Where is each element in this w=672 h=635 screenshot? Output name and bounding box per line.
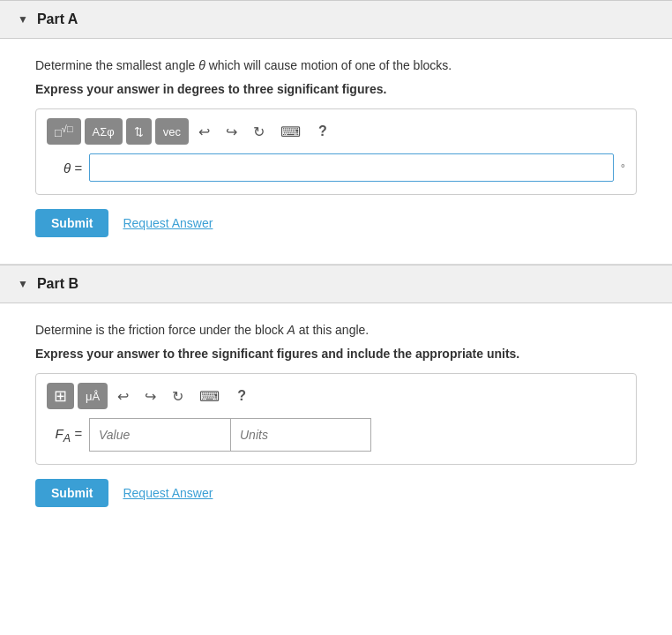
part-a-section: ▼ Part A Determine the smallest angle θ … [0, 0, 672, 264]
sigma-button[interactable]: ΑΣφ [85, 118, 123, 145]
updown-icon: ⇅ [134, 125, 144, 138]
part-b-value-input[interactable] [89, 418, 230, 452]
part-a-instruction: Express your answer in degrees to three … [35, 82, 637, 96]
part-b-request-answer-link[interactable]: Request Answer [123, 486, 213, 500]
part-a-title: Part A [37, 11, 78, 27]
part-b-problem-text: Determine is the friction force under th… [35, 321, 637, 340]
part-b-undo-button[interactable]: ↩ [111, 383, 135, 409]
help-icon: ? [237, 388, 246, 404]
part-a-answer-box: □√□ ΑΣφ ⇅ vec ↩ ↪ ↻ [35, 108, 637, 195]
part-b-title: Part B [37, 276, 78, 292]
part-b-toolbar: ⊞ μÅ ↩ ↪ ↻ ⌨ ? [47, 383, 625, 409]
undo-icon: ↩ [198, 123, 210, 140]
refresh-button[interactable]: ↻ [247, 118, 271, 145]
part-a-answer-input[interactable] [89, 153, 614, 182]
mu-icon: μÅ [86, 390, 100, 403]
sqrt-button[interactable]: □√□ [47, 118, 81, 145]
refresh-icon: ↻ [172, 388, 183, 405]
part-a-problem-text: Determine the smallest angle θ which wil… [35, 56, 637, 75]
part-b-value-units-row [89, 418, 371, 452]
part-a-submit-button[interactable]: Submit [35, 209, 108, 237]
part-b-actions: Submit Request Answer [35, 479, 637, 507]
vec-icon: vec [163, 125, 181, 138]
help-button[interactable]: ? [310, 118, 335, 145]
redo-button[interactable]: ↪ [220, 118, 243, 145]
part-b-help-button[interactable]: ? [229, 383, 254, 409]
refresh-icon: ↻ [253, 123, 265, 140]
part-b-chevron-icon: ▼ [18, 278, 28, 290]
part-a-body: Determine the smallest angle θ which wil… [0, 39, 672, 264]
part-b-redo-button[interactable]: ↪ [138, 383, 162, 409]
keyboard-button[interactable]: ⌨ [274, 118, 307, 145]
part-b-input-label: FA = [47, 426, 82, 444]
part-a-chevron-icon: ▼ [18, 13, 28, 26]
part-b-units-input[interactable] [230, 418, 371, 452]
part-a-unit-symbol: ° [621, 161, 625, 175]
sigma-icon: ΑΣφ [93, 125, 115, 138]
part-b-answer-box: ⊞ μÅ ↩ ↪ ↻ ⌨ ? [35, 373, 637, 465]
part-a-input-row: θ = ° [47, 153, 625, 182]
part-b-section: ▼ Part B Determine is the friction force… [0, 265, 672, 534]
updown-button[interactable]: ⇅ [126, 118, 152, 145]
matrix-button[interactable]: ⊞ [47, 383, 74, 409]
vec-button[interactable]: vec [155, 118, 189, 145]
part-b-refresh-button[interactable]: ↻ [166, 383, 190, 409]
mu-button[interactable]: μÅ [78, 383, 108, 409]
redo-icon: ↪ [226, 123, 237, 140]
undo-icon: ↩ [117, 388, 129, 405]
redo-icon: ↪ [145, 388, 156, 405]
part-a-actions: Submit Request Answer [35, 209, 637, 237]
keyboard-icon: ⌨ [280, 123, 301, 140]
part-a-input-label: θ = [47, 161, 82, 176]
part-a-header[interactable]: ▼ Part A [0, 0, 672, 39]
help-icon: ? [318, 123, 327, 139]
part-b-submit-button[interactable]: Submit [35, 479, 108, 507]
matrix-icon: ⊞ [54, 388, 67, 404]
part-b-body: Determine is the friction force under th… [0, 303, 672, 534]
keyboard-icon: ⌨ [199, 388, 220, 405]
sqrt-icon: □√□ [55, 123, 73, 139]
part-b-instruction: Express your answer to three significant… [35, 347, 637, 361]
undo-button[interactable]: ↩ [192, 118, 216, 145]
part-a-request-answer-link[interactable]: Request Answer [123, 216, 213, 230]
part-b-keyboard-button[interactable]: ⌨ [193, 383, 226, 409]
part-a-toolbar: □√□ ΑΣφ ⇅ vec ↩ ↪ ↻ [47, 118, 625, 145]
part-b-header[interactable]: ▼ Part B [0, 265, 672, 303]
part-b-input-row: FA = [47, 418, 625, 452]
